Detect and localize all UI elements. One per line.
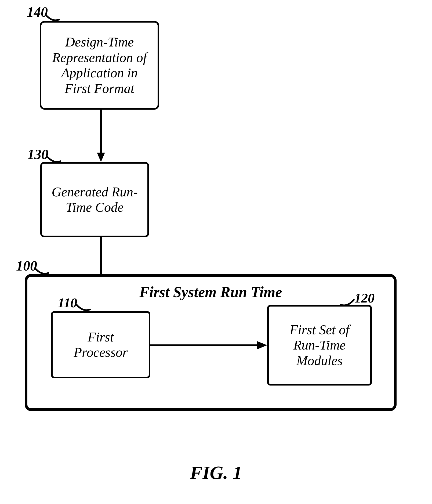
box-110-text: First Processor: [53, 329, 149, 360]
box-design-time-rep: Design-Time Representation of Applicatio…: [40, 21, 159, 110]
box-first-processor: First Processor: [51, 311, 150, 378]
label-140-tick: [46, 15, 62, 26]
box-120-text: First Set of Run-Time Modules: [269, 322, 370, 369]
label-110-tick: [77, 305, 93, 315]
box-100-title: First System Run Time: [27, 283, 394, 301]
arrow-110-to-120: [150, 340, 268, 351]
label-100: 100: [16, 258, 37, 274]
label-100-tick: [35, 268, 51, 279]
label-130: 130: [27, 146, 48, 162]
box-first-set-runtime-modules: First Set of Run-Time Modules: [267, 305, 372, 386]
box-130-text: Generated Run-Time Code: [42, 184, 147, 215]
arrow-140-to-130: [96, 110, 106, 163]
figure-caption: FIG. 1: [0, 462, 432, 484]
label-140: 140: [27, 4, 48, 20]
label-110: 110: [58, 295, 77, 311]
box-generated-runtime-code: Generated Run-Time Code: [40, 162, 149, 237]
svg-marker-1: [97, 153, 105, 162]
label-120-tick: [340, 300, 357, 311]
box-140-text: Design-Time Representation of Applicatio…: [41, 34, 158, 96]
label-120: 120: [354, 290, 375, 306]
label-130-tick: [47, 156, 63, 167]
svg-marker-5: [257, 341, 267, 349]
